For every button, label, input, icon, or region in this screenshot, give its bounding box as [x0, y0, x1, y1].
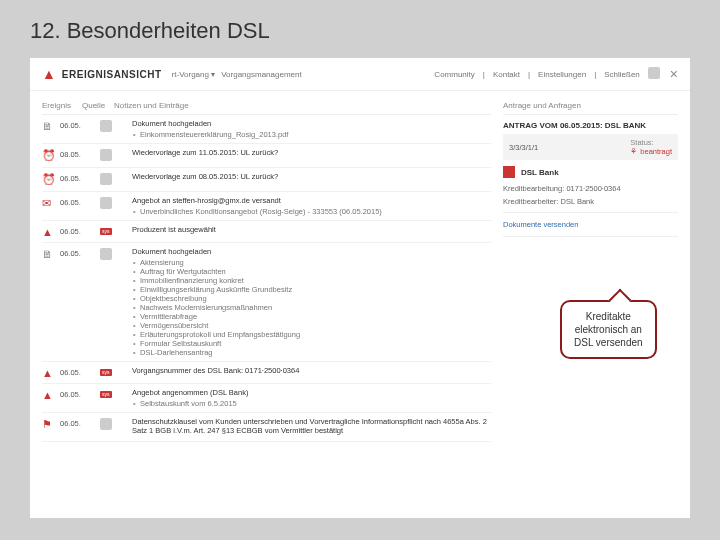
- share-icon: ⚘: [630, 147, 637, 156]
- bank-name: DSL Bank: [521, 168, 559, 177]
- event-body: Produzent ist ausgewählt: [132, 225, 491, 236]
- event-sub: Aktensierung: [132, 258, 491, 267]
- event-row[interactable]: ▲06.05.sysVorgangsnummer des DSL Bank: 0…: [42, 362, 491, 384]
- event-date: 06.05.: [60, 388, 100, 399]
- menu-vorgangsmanagement[interactable]: Vorgangsmanagement: [221, 70, 302, 79]
- callout-kreditakte: Kreditakte elektronisch an DSL versenden: [560, 300, 657, 359]
- event-body: Dokument hochgeladenEinkommensteuererklä…: [132, 119, 491, 139]
- event-title: Dokument hochgeladen: [132, 247, 491, 256]
- event-source: [100, 119, 132, 134]
- event-source: [100, 172, 132, 187]
- event-body: Datenschutzklausel vom Kunden unterschri…: [132, 417, 491, 437]
- doc-icon: 🗎: [42, 247, 60, 260]
- event-sub: Formular Selbstauskunft: [132, 339, 491, 348]
- header-menu: rt-Vorgang ▾ Vorgangsmanagement: [172, 70, 435, 79]
- col-ereignis: Ereignis: [42, 101, 82, 110]
- event-sub: Objektbeschreibung: [132, 294, 491, 303]
- system-badge: sys: [100, 228, 112, 235]
- event-date: 06.05.: [60, 196, 100, 207]
- event-sub: DSL-Darlehensantrag: [132, 348, 491, 357]
- bank-kreditbearbeitung: Kreditbearbeitung: 0171·2500·0364: [503, 182, 678, 195]
- event-title: Vorgangsnummer des DSL Bank: 0171·2500·0…: [132, 366, 491, 375]
- event-sub: Nachweis Modernisierungsmaßnahmen: [132, 303, 491, 312]
- event-body: Angebot an steffen-hrosig@gmx.de versand…: [132, 196, 491, 216]
- avatar-icon: [100, 248, 112, 260]
- avatar-icon: [100, 120, 112, 132]
- mail-icon: ✉: [42, 196, 60, 210]
- nav-community[interactable]: Community: [434, 70, 474, 79]
- event-row[interactable]: ▲06.05.sysAngebot angenommen (DSL Bank)S…: [42, 384, 491, 413]
- callout-line3: DSL versenden: [574, 336, 643, 349]
- header-right: Community | Kontakt | Einstellungen | Sc…: [434, 67, 659, 81]
- event-source: sys: [100, 366, 132, 376]
- event-list: 🗎06.05.Dokument hochgeladenEinkommensteu…: [42, 115, 491, 442]
- event-title: Datenschutzklausel vom Kunden unterschri…: [132, 417, 491, 435]
- bank-logo-icon: [503, 166, 515, 178]
- event-sub: Auftrag für Wertgutachten: [132, 267, 491, 276]
- event-title: Dokument hochgeladen: [132, 119, 491, 128]
- nav-schliessen[interactable]: Schließen: [604, 70, 640, 79]
- event-source: [100, 417, 132, 432]
- event-sub: Selbstauskunft vom 6.5.2015: [132, 399, 491, 408]
- col-notizen: Notizen und Einträge: [114, 101, 491, 110]
- app-header: ▲ EREIGNISANSICHT rt-Vorgang ▾ Vorgangsm…: [30, 58, 690, 91]
- event-body: Angebot angenommen (DSL Bank)Selbstausku…: [132, 388, 491, 408]
- avatar-icon: [100, 173, 112, 185]
- menu-vorgang[interactable]: rt-Vorgang ▾: [172, 70, 216, 79]
- antrag-title: ANTRAG VOM 06.05.2015: DSL BANK: [503, 115, 678, 134]
- main-column: Ereignis Quelle Notizen und Einträge 🗎06…: [42, 97, 491, 442]
- event-source: [100, 148, 132, 163]
- status-label: Status:: [630, 138, 653, 147]
- callout-line2: elektronisch an: [574, 323, 643, 336]
- bell-icon: ▲: [42, 366, 60, 379]
- bell-icon: ▲: [42, 225, 60, 238]
- event-row[interactable]: ⏰08.05.Wiedervorlage zum 11.05.2015: UL …: [42, 144, 491, 168]
- event-row[interactable]: ▲06.05.sysProduzent ist ausgewählt: [42, 221, 491, 243]
- event-row[interactable]: 🗎06.05.Dokument hochgeladenEinkommensteu…: [42, 115, 491, 144]
- flag-icon: ⚑: [42, 417, 60, 431]
- event-date: 06.05.: [60, 225, 100, 236]
- event-date: 06.05.: [60, 247, 100, 258]
- antrag-id: 3/3/3/1/1: [509, 143, 538, 152]
- event-sub: Vermögensübersicht: [132, 321, 491, 330]
- doc-icon: 🗎: [42, 119, 60, 132]
- event-source: [100, 196, 132, 211]
- side-panel: Antrage und Anfragen ANTRAG VOM 06.05.20…: [503, 97, 678, 442]
- event-title: Angebot an steffen-hrosig@gmx.de versand…: [132, 196, 491, 205]
- avatar-icon: [100, 418, 112, 430]
- event-source: sys: [100, 388, 132, 398]
- event-row[interactable]: ⚑06.05.Datenschutzklausel vom Kunden unt…: [42, 413, 491, 442]
- user-avatar-icon[interactable]: [648, 67, 660, 81]
- event-row[interactable]: 🗎06.05.Dokument hochgeladenAktensierungA…: [42, 243, 491, 362]
- event-sub: Einkommensteuererklärung_Rosig_2013.pdf: [132, 130, 491, 139]
- avatar-icon: [100, 197, 112, 209]
- bank-kreditbearbeiter: Kreditbearbeiter: DSL Bank: [503, 195, 678, 208]
- event-date: 06.05.: [60, 366, 100, 377]
- event-sub: Vermittlerabfrage: [132, 312, 491, 321]
- bell-icon: ▲: [42, 66, 56, 82]
- nav-kontakt[interactable]: Kontakt: [493, 70, 520, 79]
- event-date: 06.05.: [60, 119, 100, 130]
- event-source: [100, 247, 132, 262]
- dokumente-versenden-link[interactable]: Dokumente versenden: [503, 217, 678, 232]
- system-badge: sys: [100, 369, 112, 376]
- system-badge: sys: [100, 391, 112, 398]
- close-icon[interactable]: ×: [670, 66, 678, 82]
- event-sub: Einwilligungserklärung Auskünfte Grundbe…: [132, 285, 491, 294]
- clock-icon: ⏰: [42, 148, 60, 162]
- event-sub: Immobilienfinanzierung konkret: [132, 276, 491, 285]
- event-date: 06.05.: [60, 172, 100, 183]
- app-window: ▲ EREIGNISANSICHT rt-Vorgang ▾ Vorgangsm…: [30, 58, 690, 518]
- side-header: Antrage und Anfragen: [503, 97, 678, 115]
- col-quelle: Quelle: [82, 101, 114, 110]
- nav-einstellungen[interactable]: Einstellungen: [538, 70, 586, 79]
- event-date: 08.05.: [60, 148, 100, 159]
- bell-icon: ▲: [42, 388, 60, 401]
- callout-line1: Kreditakte: [574, 310, 643, 323]
- event-title: Produzent ist ausgewählt: [132, 225, 491, 234]
- event-title: Wiedervorlage zum 08.05.2015: UL zurück?: [132, 172, 491, 181]
- event-row[interactable]: ⏰06.05.Wiedervorlage zum 08.05.2015: UL …: [42, 168, 491, 192]
- slide-title: 12. Besonderheiten DSL: [30, 18, 690, 44]
- event-row[interactable]: ✉06.05.Angebot an steffen-hrosig@gmx.de …: [42, 192, 491, 221]
- event-title: Wiedervorlage zum 11.05.2015: UL zurück?: [132, 148, 491, 157]
